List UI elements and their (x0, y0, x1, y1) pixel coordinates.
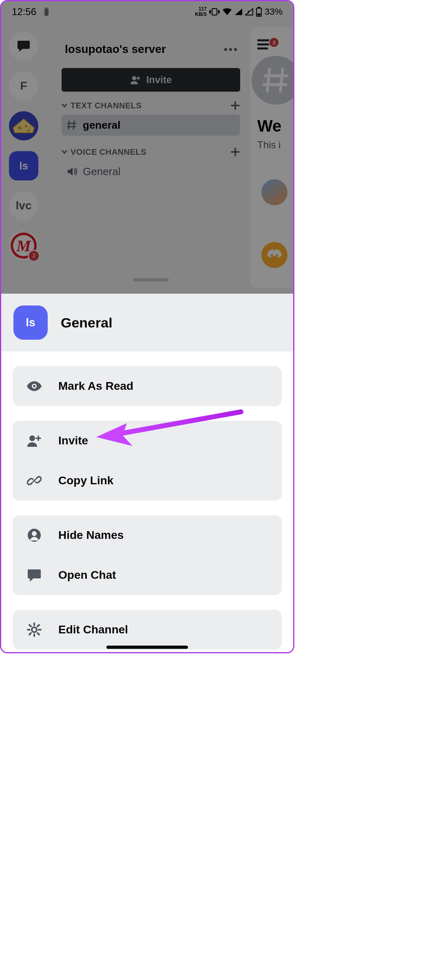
sheet-header: ls General (1, 294, 293, 352)
svg-point-21 (32, 627, 37, 632)
mark-as-read-button[interactable]: Mark As Read (13, 366, 282, 406)
open-chat-button[interactable]: Open Chat (13, 555, 282, 595)
sheet-channel-title: General (61, 315, 113, 331)
hide-names-button[interactable]: Hide Names (13, 515, 282, 555)
link-icon (27, 473, 42, 488)
edit-channel-button[interactable]: Edit Channel (13, 610, 282, 650)
svg-point-20 (32, 531, 37, 536)
gear-icon (27, 622, 42, 637)
copy-link-button[interactable]: Copy Link (13, 461, 282, 501)
svg-point-18 (29, 435, 35, 441)
invite-icon (27, 435, 42, 447)
eye-icon (27, 381, 42, 391)
sheet-server-avatar: ls (13, 305, 48, 340)
svg-point-17 (33, 385, 35, 387)
chat-icon (27, 569, 42, 582)
invite-button[interactable]: Invite (13, 421, 282, 461)
modal-scrim[interactable] (1, 1, 293, 294)
user-icon (27, 528, 41, 542)
channel-action-sheet: ls General Mark As Read Invite Copy Link… (1, 294, 293, 652)
nav-handle[interactable] (106, 646, 188, 649)
